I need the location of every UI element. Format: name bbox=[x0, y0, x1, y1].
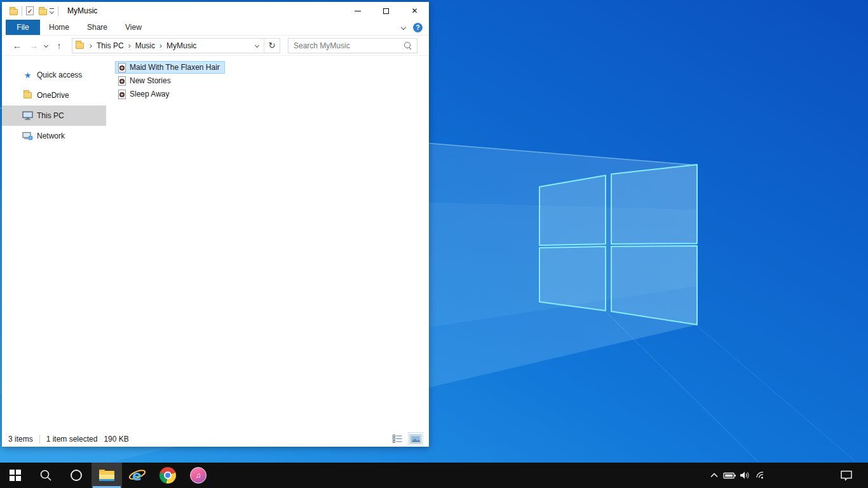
navigation-pane: ★ Quick access OneDrive This P bbox=[2, 56, 106, 431]
taskbar-internet-explorer[interactable]: e bbox=[122, 463, 153, 488]
up-button[interactable]: ↑ bbox=[53, 41, 65, 51]
chevron-down-icon bbox=[255, 43, 259, 48]
itunes-icon: ♫ bbox=[190, 467, 207, 484]
details-view-icon bbox=[393, 435, 403, 443]
sidebar-item-label: Network bbox=[37, 132, 65, 140]
thumbnail-view-icon bbox=[410, 435, 421, 444]
chevron-up-icon bbox=[710, 471, 719, 479]
tab-file[interactable]: File bbox=[6, 20, 40, 35]
recent-locations-button[interactable] bbox=[41, 44, 50, 47]
file-name: New Stories bbox=[130, 76, 171, 85]
expand-ribbon-icon[interactable] bbox=[401, 25, 406, 30]
file-name: Sleep Away bbox=[130, 90, 170, 98]
qat-properties-icon[interactable] bbox=[26, 6, 34, 15]
wifi-icon bbox=[753, 468, 767, 482]
action-center-icon bbox=[840, 470, 853, 481]
sidebar-item-this-pc[interactable]: This PC bbox=[2, 105, 106, 126]
svg-text:e: e bbox=[132, 468, 142, 484]
search-icon bbox=[39, 469, 52, 482]
this-pc-icon bbox=[22, 111, 33, 120]
chevron-down-icon bbox=[43, 43, 48, 48]
tab-share[interactable]: Share bbox=[78, 20, 116, 35]
selection-size: 190 KB bbox=[104, 435, 128, 444]
quick-access-icon: ★ bbox=[24, 71, 32, 79]
breadcrumb-mymusic[interactable]: MyMusic bbox=[166, 41, 196, 50]
window-icon bbox=[10, 9, 18, 15]
taskbar-chrome[interactable] bbox=[153, 463, 183, 488]
divider bbox=[58, 6, 58, 16]
network-indicator[interactable] bbox=[752, 463, 768, 488]
qat-new-folder-icon[interactable] bbox=[39, 9, 47, 15]
taskbar-itunes[interactable]: ♫ bbox=[183, 463, 214, 488]
desktop: MyMusic ✕ File Home Share View ? ← → ↑ bbox=[0, 0, 868, 488]
breadcrumb-this-pc[interactable]: This PC bbox=[97, 41, 124, 50]
network-icon bbox=[22, 132, 33, 140]
divider bbox=[39, 435, 40, 444]
close-button[interactable]: ✕ bbox=[400, 2, 429, 20]
selection-status: 1 item selected bbox=[46, 435, 98, 444]
start-button[interactable] bbox=[0, 463, 31, 488]
qat-customize-icon[interactable] bbox=[50, 8, 54, 13]
sidebar-item-network[interactable]: Network bbox=[2, 126, 106, 146]
navigation-toolbar: ← → ↑ › This PC › Music › MyMusic ↻ bbox=[2, 36, 429, 56]
chrome-icon bbox=[159, 467, 176, 484]
music-file-icon bbox=[118, 90, 126, 99]
taskbar-search-button[interactable] bbox=[31, 463, 61, 488]
breadcrumb-separator: › bbox=[159, 41, 162, 50]
sidebar-item-label: This PC bbox=[37, 111, 64, 120]
search-box[interactable] bbox=[288, 38, 417, 53]
windows-start-icon bbox=[10, 470, 21, 481]
chevron-down-icon bbox=[50, 10, 54, 14]
file-explorer-icon bbox=[99, 470, 114, 481]
minimize-button[interactable] bbox=[343, 2, 372, 20]
minimize-icon bbox=[355, 11, 361, 11]
sidebar-item-onedrive[interactable]: OneDrive bbox=[2, 85, 106, 105]
maximize-button[interactable] bbox=[372, 2, 400, 20]
file-list[interactable]: Maid With The Flaxen Hair New Stories Sl… bbox=[106, 56, 429, 431]
forward-button[interactable]: → bbox=[27, 41, 40, 51]
tray-spacer bbox=[768, 463, 834, 488]
refresh-button[interactable]: ↻ bbox=[264, 41, 280, 50]
cortana-button[interactable] bbox=[61, 463, 92, 488]
tab-home[interactable]: Home bbox=[40, 20, 78, 35]
sidebar-item-label: Quick access bbox=[37, 71, 82, 79]
address-dropdown-button[interactable] bbox=[250, 44, 264, 47]
thumbnail-view-button[interactable] bbox=[409, 433, 423, 445]
battery-indicator[interactable] bbox=[722, 463, 737, 488]
action-center-button[interactable] bbox=[834, 463, 859, 488]
breadcrumb-separator: › bbox=[90, 41, 92, 50]
maximize-icon bbox=[383, 8, 389, 14]
status-bar: 3 items 1 item selected 190 KB bbox=[2, 431, 429, 447]
help-icon[interactable]: ? bbox=[413, 23, 423, 32]
sidebar-item-quick-access[interactable]: ★ Quick access bbox=[2, 65, 106, 85]
location-folder-icon bbox=[76, 43, 84, 49]
hidden-icons-button[interactable] bbox=[707, 463, 722, 488]
ribbon-tabs: File Home Share View ? bbox=[2, 20, 429, 36]
details-view-button[interactable] bbox=[391, 433, 405, 445]
title-bar[interactable]: MyMusic ✕ bbox=[2, 2, 429, 20]
music-file-icon bbox=[118, 76, 126, 86]
taskbar-file-explorer[interactable] bbox=[92, 463, 122, 488]
speaker-icon bbox=[739, 471, 750, 480]
tab-view[interactable]: View bbox=[116, 20, 151, 35]
breadcrumb-separator: › bbox=[128, 41, 131, 50]
item-count: 3 items bbox=[8, 435, 33, 444]
file-name: Maid With The Flaxen Hair bbox=[130, 63, 220, 72]
battery-icon bbox=[723, 471, 736, 480]
volume-indicator[interactable] bbox=[737, 463, 752, 488]
back-button[interactable]: ← bbox=[11, 41, 24, 51]
music-file-icon bbox=[118, 63, 126, 72]
search-icon[interactable] bbox=[403, 41, 412, 50]
address-bar[interactable]: › This PC › Music › MyMusic ↻ bbox=[72, 38, 280, 53]
system-tray bbox=[707, 463, 868, 488]
file-row[interactable]: Sleep Away bbox=[115, 88, 175, 100]
search-input[interactable] bbox=[288, 41, 403, 50]
close-icon: ✕ bbox=[411, 7, 417, 15]
breadcrumb-music[interactable]: Music bbox=[135, 41, 155, 50]
file-row[interactable]: Maid With The Flaxen Hair bbox=[115, 61, 225, 74]
onedrive-icon bbox=[24, 92, 32, 98]
file-row[interactable]: New Stories bbox=[115, 74, 176, 87]
taskbar: e ♫ bbox=[0, 463, 868, 488]
window-title: MyMusic bbox=[67, 6, 97, 15]
explorer-window: MyMusic ✕ File Home Share View ? ← → ↑ bbox=[2, 2, 429, 447]
